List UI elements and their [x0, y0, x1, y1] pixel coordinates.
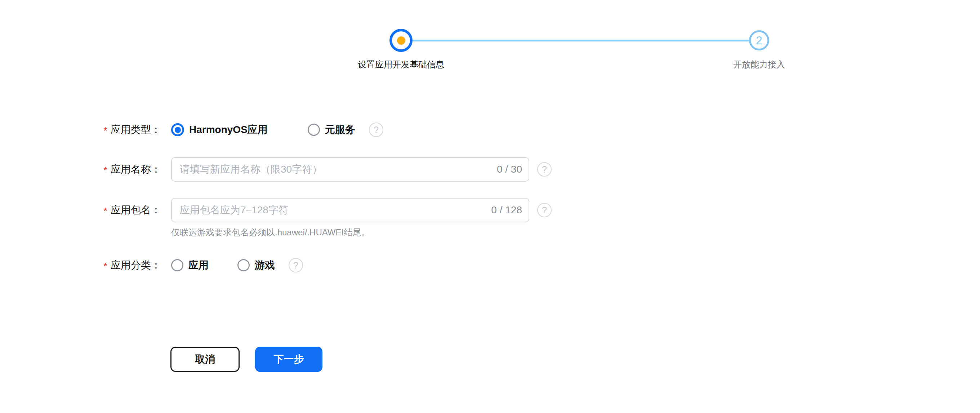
radio-label-app[interactable]: 应用 [188, 258, 208, 272]
step-2-indicator: 2 [749, 30, 769, 51]
required-asterisk: * [103, 126, 107, 136]
app-type-label-text: 应用类型： [111, 123, 161, 137]
required-asterisk: * [103, 261, 107, 271]
radio-icon-harmonyos-app[interactable] [171, 123, 184, 136]
package-name-label: * 应用包名： [103, 198, 171, 222]
package-name-row: * 应用包名： 0 / 128 ? 仅联运游戏要求包名必须以.huawei/.H… [103, 198, 552, 238]
app-category-row: * 应用分类： 应用 游戏 ? [103, 258, 303, 273]
radio-option-harmonyos-app[interactable]: HarmonyOS应用 [171, 123, 268, 137]
radio-icon-app[interactable] [171, 259, 183, 271]
app-name-label: * 应用名称： [103, 163, 171, 176]
new-app-wizard-page: 2 设置应用开发基础信息 开放能力接入 * 应用类型： HarmonyOS应用 … [0, 0, 980, 413]
step-1-indicator [390, 29, 412, 52]
radio-label-game[interactable]: 游戏 [255, 258, 275, 272]
next-step-button[interactable]: 下一步 [255, 347, 323, 372]
app-category-label-text: 应用分类： [111, 258, 161, 272]
package-name-label-text: 应用包名： [111, 203, 161, 217]
stepper-connector-line [412, 40, 749, 41]
required-asterisk: * [103, 166, 107, 175]
app-name-help-icon[interactable]: ? [537, 162, 552, 177]
form-actions: 取消 下一步 [170, 347, 323, 372]
radio-option-atomic-service[interactable]: 元服务 [308, 123, 355, 137]
radio-option-app[interactable]: 应用 [171, 258, 208, 272]
step-1-label: 设置应用开发基础信息 [358, 59, 444, 70]
app-name-field-wrapper: 0 / 30 [171, 157, 529, 182]
app-name-row: * 应用名称： 0 / 30 ? [103, 157, 552, 182]
package-name-field-wrapper: 0 / 128 [171, 198, 529, 222]
app-name-input[interactable] [171, 157, 529, 182]
radio-label-harmonyos-app[interactable]: HarmonyOS应用 [189, 123, 268, 137]
app-category-help-icon[interactable]: ? [289, 258, 303, 273]
required-asterisk: * [103, 206, 107, 216]
package-name-hint: 仅联运游戏要求包名必须以.huawei/.HUAWEI结尾。 [171, 227, 552, 238]
app-type-label: * 应用类型： [103, 123, 171, 137]
app-type-help-icon[interactable]: ? [369, 123, 383, 137]
app-category-label: * 应用分类： [103, 258, 171, 272]
app-name-label-text: 应用名称： [111, 163, 161, 176]
step-2-label: 开放能力接入 [733, 59, 785, 70]
package-name-input[interactable] [171, 198, 529, 222]
app-type-row: * 应用类型： HarmonyOS应用 元服务 ? [103, 123, 383, 137]
radio-label-atomic-service[interactable]: 元服务 [325, 123, 355, 137]
step-1-active-dot-icon [397, 37, 405, 45]
radio-icon-atomic-service[interactable] [308, 124, 320, 136]
radio-option-game[interactable]: 游戏 [237, 258, 275, 272]
cancel-button[interactable]: 取消 [170, 347, 240, 372]
step-2-number: 2 [756, 34, 762, 47]
radio-icon-game[interactable] [237, 259, 250, 271]
package-name-help-icon[interactable]: ? [537, 203, 552, 217]
radio-selected-dot-icon [175, 127, 181, 133]
